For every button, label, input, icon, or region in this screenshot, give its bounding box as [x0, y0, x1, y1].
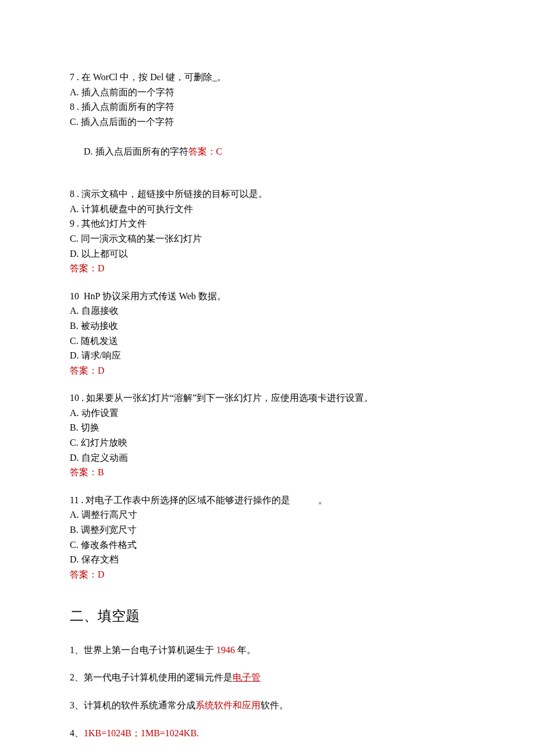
option-d: D. 自定义动画: [70, 450, 465, 465]
question-11: 11 . 对电子工作表中所选择的区域不能够进行操作的是 。 A. 调整行高尺寸 …: [70, 493, 465, 582]
option-b: B. 切换: [70, 420, 465, 435]
question-stem: 7 . 在 WorCl 中，按 Del 键，可删除_。: [70, 70, 465, 85]
section-2-title: 二、填空题: [70, 605, 465, 627]
fill-post: 年。: [237, 645, 256, 655]
option-c: C. 修改条件格式: [70, 538, 465, 553]
fill-blank-3: 3、计算机的软件系统通常分成系统软件和应用软件。: [70, 698, 465, 713]
option-a: A. 自愿接收: [70, 303, 465, 318]
fill-answer: 1946: [216, 645, 237, 655]
question-stem: 10 HnP 协议采用方式传送 Web 数据。: [70, 289, 465, 304]
option-c: C. 同一演示文稿的某一张幻灯片: [70, 231, 465, 246]
fill-answer: 1KB=1024B；1MB=1024KB.: [84, 728, 199, 738]
option-a: A. 插入点前面的一个字符: [70, 85, 465, 100]
option-c: C. 插入点后面的一个字符: [70, 114, 465, 130]
document-page: 7 . 在 WorCl 中，按 Del 键，可删除_。 A. 插入点前面的一个字…: [0, 0, 535, 756]
fill-blank-1: 1、世界上第一台电子计算机诞生于 1946 年。: [70, 643, 465, 658]
question-stem: 11 . 对电子工作表中所选择的区域不能够进行操作的是 。: [70, 493, 465, 508]
option-d-with-answer: D. 插入点后面所有的字符答案：C: [70, 129, 465, 174]
answer-text: 答案：B: [70, 465, 465, 480]
option-a: A. 调整行高尺寸: [70, 507, 465, 522]
question-stem: 8 . 演示文稿中，超链接中所链接的目标可以是。: [70, 187, 465, 202]
fill-pre: 1、世界上第一台电子计算机诞生于: [70, 645, 216, 655]
option-d: D. 保存文档: [70, 552, 465, 567]
option-d: D. 请求/响应: [70, 348, 465, 363]
question-10a: 10 HnP 协议采用方式传送 Web 数据。 A. 自愿接收 B. 被动接收 …: [70, 289, 465, 378]
option-b: 9 . 其他幻灯片文件: [70, 216, 465, 231]
option-b: B. 调整列宽尺寸: [70, 522, 465, 538]
answer-text: 答案：D: [70, 363, 465, 378]
option-c: C. 幻灯片放映: [70, 435, 465, 450]
fill-pre: 4、: [70, 728, 84, 738]
question-10b: 10 . 如果要从一张幻灯片“溶解”到下一张幻灯片，应使用选项卡进行设置。 A.…: [70, 390, 465, 480]
option-a: A. 计算机硬盘中的可执行文件: [70, 202, 465, 217]
fill-blank-2: 2、第一代电子计算机使用的逻辑元件是电子管: [70, 670, 465, 685]
question-7: 7 . 在 WorCl 中，按 Del 键，可删除_。 A. 插入点前面的一个字…: [70, 70, 465, 174]
fill-answer: 电子管: [233, 672, 261, 682]
answer-text: 答案：D: [70, 261, 465, 276]
option-c: C. 随机发送: [70, 334, 465, 349]
fill-blank-4: 4、1KB=1024B；1MB=1024KB.: [70, 726, 465, 741]
option-d-text: D. 插入点后面所有的字符: [84, 146, 188, 156]
fill-pre: 3、计算机的软件系统通常分成: [70, 700, 195, 710]
question-stem: 10 . 如果要从一张幻灯片“溶解”到下一张幻灯片，应使用选项卡进行设置。: [70, 390, 465, 406]
fill-answer: 系统软件和应用: [195, 700, 261, 710]
option-a: A. 动作设置: [70, 406, 465, 421]
question-8: 8 . 演示文稿中，超链接中所链接的目标可以是。 A. 计算机硬盘中的可执行文件…: [70, 187, 465, 276]
option-b: 8 . 插入点前面所有的字符: [70, 99, 465, 114]
answer-text: 答案：C: [188, 146, 223, 156]
fill-post: 软件。: [261, 700, 288, 710]
fill-pre: 2、第一代电子计算机使用的逻辑元件是: [70, 672, 233, 682]
option-d: D. 以上都可以: [70, 246, 465, 261]
option-b: B. 被动接收: [70, 318, 465, 334]
answer-text: 答案：D: [70, 567, 465, 582]
